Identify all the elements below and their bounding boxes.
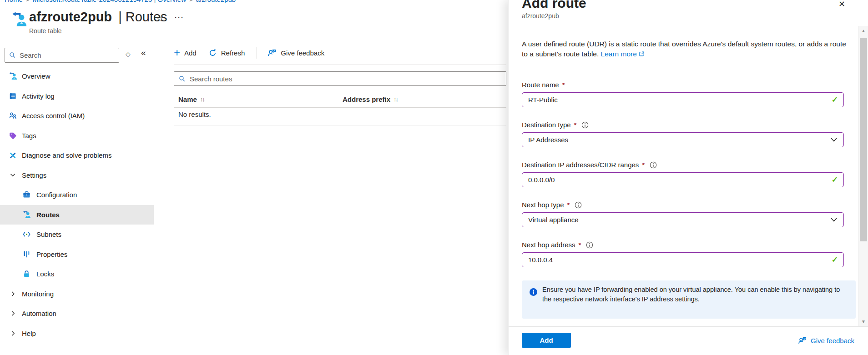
panel-scrollbar: ▲ ▼ bbox=[858, 26, 868, 326]
add-route-panel: Add route afzroute2pub ✕ A user defined … bbox=[508, 0, 868, 355]
routes-table-header: Name ↑↓ Address prefix ↑↓ bbox=[174, 93, 506, 108]
overview-icon bbox=[8, 72, 17, 81]
add-button[interactable]: Add bbox=[522, 333, 571, 348]
scroll-up-arrow[interactable]: ▲ bbox=[858, 28, 868, 33]
sidebar-group-automation[interactable]: Automation bbox=[0, 304, 158, 324]
more-actions-icon[interactable]: … bbox=[174, 9, 185, 21]
field-next-hop-type: Next hop type * Virtual appliance bbox=[522, 200, 844, 227]
valid-check-icon: ✓ bbox=[832, 255, 838, 265]
resource-menu: ◇ « Overview Activity log Access control… bbox=[0, 39, 158, 355]
field-route-name: Route name * RT-Public ✓ bbox=[522, 80, 844, 107]
info-icon[interactable] bbox=[575, 201, 582, 209]
properties-icon bbox=[22, 250, 31, 259]
sidebar-item-overview[interactable]: Overview bbox=[0, 66, 158, 86]
plus-icon: + bbox=[174, 48, 180, 57]
command-bar-divider bbox=[174, 65, 506, 65]
panel-description: A user defined route (UDR) is a static r… bbox=[522, 39, 852, 59]
required-asterisk: * bbox=[562, 81, 565, 89]
sidebar-item-properties[interactable]: Properties bbox=[0, 245, 158, 265]
breadcrumb-home-link[interactable]: Home bbox=[5, 0, 23, 3]
chevron-down-icon bbox=[830, 137, 838, 142]
give-feedback-button[interactable]: Give feedback bbox=[267, 48, 324, 57]
learn-more-link[interactable]: Learn more bbox=[601, 50, 645, 58]
sidebar-search-box[interactable] bbox=[5, 48, 119, 63]
column-header-address-prefix[interactable]: Address prefix ↑↓ bbox=[343, 95, 398, 103]
resource-type-label: Route table bbox=[29, 27, 62, 35]
info-icon[interactable] bbox=[581, 121, 589, 129]
locks-icon bbox=[22, 270, 31, 279]
no-results-text: No results. bbox=[178, 110, 211, 118]
sidebar-group-settings[interactable]: Settings bbox=[0, 165, 158, 185]
panel-footer: Add Give feedback bbox=[509, 326, 868, 355]
sidebar-group-help[interactable]: Help bbox=[0, 324, 158, 344]
field-label: Destination IP addresses/CIDR ranges bbox=[522, 161, 639, 169]
search-routes-input[interactable] bbox=[190, 75, 502, 83]
valid-check-icon: ✓ bbox=[832, 95, 838, 105]
breadcrumb: Home>Microsoft.RouteTable-20240612194725… bbox=[5, 0, 236, 3]
required-asterisk: * bbox=[567, 201, 570, 209]
sidebar-item-subnets[interactable]: Subnets bbox=[0, 225, 158, 245]
chevron-right-icon bbox=[8, 289, 17, 298]
favorite-star-icon[interactable]: ☆ bbox=[156, 13, 164, 24]
info-filled-icon bbox=[530, 288, 537, 296]
info-icon[interactable] bbox=[586, 241, 593, 249]
sidebar-item-locks[interactable]: Locks bbox=[0, 264, 158, 284]
destination-type-dropdown[interactable]: IP Addresses bbox=[522, 132, 844, 147]
sidebar-item-configuration[interactable]: Configuration bbox=[0, 185, 158, 205]
info-icon[interactable] bbox=[650, 161, 657, 169]
menu-pin-icon[interactable]: ◇ bbox=[126, 50, 131, 58]
route-name-input[interactable]: RT-Public ✓ bbox=[522, 92, 844, 107]
chevron-right-icon bbox=[8, 309, 17, 318]
ip-forwarding-info-box: Ensure you have IP forwarding enabled on… bbox=[522, 280, 856, 319]
valid-check-icon: ✓ bbox=[832, 175, 838, 185]
close-icon[interactable]: ✕ bbox=[838, 0, 845, 9]
breadcrumb-separator: > bbox=[26, 0, 30, 3]
field-label: Destination type bbox=[522, 121, 571, 129]
toolbar-divider bbox=[257, 47, 257, 59]
sidebar-group-monitoring[interactable]: Monitoring bbox=[0, 284, 158, 304]
search-routes-box[interactable] bbox=[174, 71, 506, 86]
route-table-icon bbox=[11, 11, 27, 28]
next-hop-address-input[interactable]: 10.0.0.4 ✓ bbox=[522, 252, 844, 267]
routes-icon bbox=[22, 210, 31, 219]
feedback-icon bbox=[267, 48, 277, 57]
search-icon bbox=[178, 75, 186, 83]
scroll-down-arrow[interactable]: ▼ bbox=[858, 319, 868, 324]
collapse-menu-icon[interactable]: « bbox=[141, 48, 146, 58]
panel-title: Add route bbox=[522, 0, 586, 11]
access-control-icon bbox=[8, 111, 17, 120]
next-hop-type-dropdown[interactable]: Virtual appliance bbox=[522, 212, 844, 227]
sidebar-item-routes[interactable]: Routes bbox=[0, 205, 154, 225]
breadcrumb-current-link[interactable]: afzroute2pub bbox=[196, 0, 236, 3]
field-label: Route name bbox=[522, 81, 559, 89]
panel-resource-label: afzroute2pub bbox=[522, 12, 559, 20]
search-icon bbox=[9, 51, 16, 59]
routes-content: + Add Refresh Give feedback Name ↑↓ Addr… bbox=[159, 39, 508, 355]
panel-give-feedback-link[interactable]: Give feedback bbox=[797, 336, 854, 345]
sidebar-item-diagnose[interactable]: Diagnose and solve problems bbox=[0, 145, 158, 165]
sidebar-search-input[interactable] bbox=[20, 51, 115, 59]
diagnose-icon bbox=[8, 151, 17, 160]
command-bar: + Add Refresh Give feedback bbox=[174, 45, 336, 60]
page-title: afzroute2pub | Routes bbox=[29, 8, 167, 25]
sidebar-item-tags[interactable]: Tags bbox=[0, 126, 158, 146]
column-header-name[interactable]: Name ↑↓ bbox=[178, 95, 204, 103]
field-next-hop-address: Next hop address * 10.0.0.4 ✓ bbox=[522, 240, 844, 267]
destination-cidr-input[interactable]: 0.0.0.0/0 ✓ bbox=[522, 172, 844, 187]
resource-name: afzroute2pub bbox=[29, 10, 112, 24]
sidebar-nav: Overview Activity log Access control (IA… bbox=[0, 66, 158, 343]
breadcrumb-separator: > bbox=[189, 0, 193, 3]
required-asterisk: * bbox=[642, 161, 645, 169]
sort-icon: ↑↓ bbox=[394, 96, 398, 103]
refresh-button[interactable]: Refresh bbox=[208, 49, 245, 57]
sidebar-item-activity-log[interactable]: Activity log bbox=[0, 86, 158, 106]
subnets-icon bbox=[22, 230, 31, 239]
sidebar-item-access-control[interactable]: Access control (IAM) bbox=[0, 106, 158, 126]
chevron-down-icon bbox=[830, 217, 838, 222]
required-asterisk: * bbox=[579, 241, 581, 249]
configuration-icon bbox=[22, 190, 31, 200]
scrollbar-thumb[interactable] bbox=[860, 38, 867, 241]
add-route-button[interactable]: + Add bbox=[174, 48, 197, 57]
breadcrumb-overview-link[interactable]: Microsoft.RouteTable-20240612194725 | Ov… bbox=[33, 0, 186, 3]
tags-icon bbox=[8, 131, 17, 140]
